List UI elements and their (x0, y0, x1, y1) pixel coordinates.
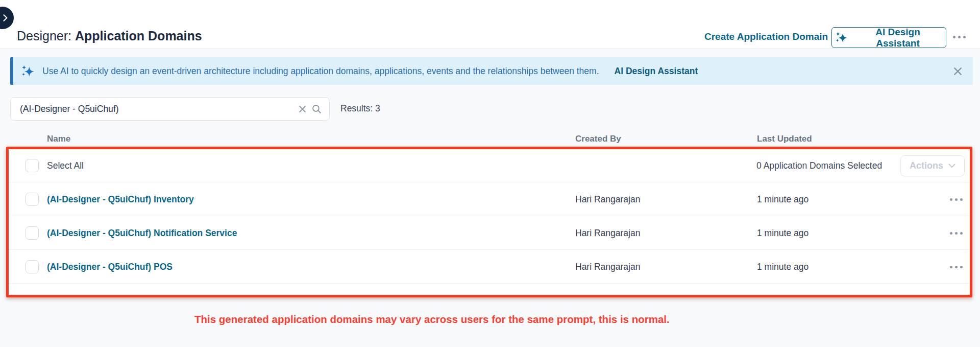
column-header-name[interactable]: Name (47, 134, 70, 144)
last-updated-cell: 1 minute ago (757, 182, 808, 216)
row-checkbox[interactable] (26, 226, 39, 240)
created-by-cell: Hari Rangarajan (575, 216, 640, 250)
create-application-domain-link[interactable]: Create Application Domain (704, 31, 828, 42)
row-more-options-button[interactable] (950, 232, 963, 235)
banner-ai-design-assistant-link[interactable]: AI Design Assistant (615, 66, 698, 77)
row-more-options-button[interactable] (950, 266, 963, 268)
close-icon (953, 66, 963, 76)
search-box (10, 97, 330, 121)
select-all-label: Select All (47, 149, 84, 182)
row-checkbox[interactable] (26, 193, 39, 206)
actions-dropdown-button[interactable]: Actions (900, 155, 965, 176)
domain-name-link[interactable]: (AI-Designer - Q5uiChuf) Notification Se… (47, 216, 237, 250)
select-all-row: Select All 0 Application Domains Selecte… (8, 149, 972, 182)
created-by-cell: Hari Rangarajan (575, 250, 640, 284)
selected-summary: 0 Application Domains Selected (756, 149, 882, 182)
search-input[interactable] (11, 104, 293, 114)
close-icon (298, 105, 307, 113)
last-updated-cell: 1 minute ago (757, 216, 808, 250)
banner-close-button[interactable] (953, 66, 963, 76)
page-title-prefix: Designer: (17, 29, 71, 43)
row-more-options-button[interactable] (950, 198, 963, 201)
search-icon (311, 104, 322, 114)
banner-message: Use AI to quickly design an event-driven… (42, 66, 599, 77)
search-submit-button[interactable] (311, 104, 322, 114)
clear-search-button[interactable] (298, 105, 307, 113)
chevron-down-icon (948, 164, 955, 168)
created-by-cell: Hari Rangarajan (575, 182, 640, 216)
application-domains-table: Select All 0 Application Domains Selecte… (8, 149, 972, 297)
table-row: (AI-Designer - Q5uiChuf) Inventory Hari … (8, 182, 972, 216)
ai-design-assistant-label: AI Design Assistant (853, 27, 943, 49)
header-more-options-button[interactable] (953, 36, 966, 38)
annotation-note: This generated application domains may v… (194, 313, 670, 326)
page-title-main: Application Domains (75, 29, 202, 43)
actions-label: Actions (910, 160, 943, 171)
select-all-checkbox[interactable] (26, 159, 39, 172)
chevron-right-icon (0, 13, 10, 23)
column-header-last-updated[interactable]: Last Updated (757, 134, 812, 144)
last-updated-cell: 1 minute ago (757, 250, 808, 284)
application-domains-page: Designer:Application Domains Create Appl… (0, 0, 980, 347)
ai-design-assistant-button[interactable]: AI Design Assistant (831, 27, 946, 48)
ai-info-banner: Use AI to quickly design an event-driven… (10, 57, 973, 85)
domain-name-link[interactable]: (AI-Designer - Q5uiChuf) Inventory (47, 182, 194, 216)
page-title: Designer:Application Domains (17, 29, 202, 43)
table-row: (AI-Designer - Q5uiChuf) POS Hari Rangar… (8, 250, 972, 284)
results-count: Results: 3 (340, 103, 380, 114)
sparkles-icon (21, 64, 35, 78)
column-header-created-by[interactable]: Created By (575, 134, 621, 144)
sparkles-icon (835, 31, 848, 44)
domain-name-link[interactable]: (AI-Designer - Q5uiChuf) POS (47, 250, 173, 284)
table-row: (AI-Designer - Q5uiChuf) Notification Se… (8, 216, 972, 250)
row-checkbox[interactable] (26, 260, 39, 273)
